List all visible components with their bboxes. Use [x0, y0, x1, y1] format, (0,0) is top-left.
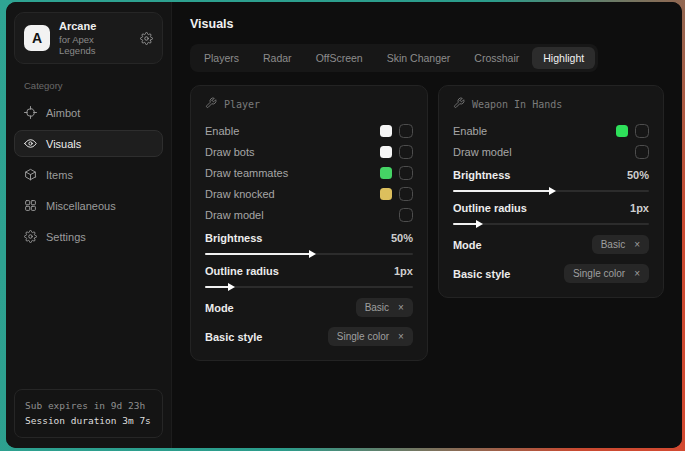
app-logo: A	[24, 25, 50, 51]
color-swatch[interactable]	[380, 167, 392, 179]
tag-remove-icon[interactable]: ×	[634, 268, 640, 279]
panel-title: Weapon In Hands	[472, 99, 562, 110]
app-card: A Arcane for Apex Legends	[14, 12, 163, 64]
tab-crosshair[interactable]: Crosshair	[463, 47, 530, 69]
tag-text: Single color	[337, 331, 389, 342]
tab-radar[interactable]: Radar	[252, 47, 303, 69]
color-swatch[interactable]	[616, 125, 628, 137]
panel-header: Weapon In Hands	[453, 97, 649, 111]
slider-label: Brightness	[453, 169, 627, 181]
select-label: Basic style	[453, 268, 564, 280]
tag-remove-icon[interactable]: ×	[398, 302, 404, 313]
toggle-row-draw-teammates: Draw teammates	[205, 162, 413, 183]
toggle-label: Enable	[453, 125, 616, 137]
select-label: Basic style	[205, 331, 328, 343]
app-subtitle: for Apex Legends	[59, 34, 131, 56]
slider-track[interactable]	[453, 190, 649, 192]
toggle-row-draw-model: Draw model	[453, 141, 649, 162]
toggle-controls	[616, 124, 649, 138]
slider-thumb[interactable]	[549, 187, 556, 195]
slider-track[interactable]	[453, 223, 649, 225]
tag-text: Basic	[365, 302, 389, 313]
sub-expires-text: Sub expires in 9d 23h	[25, 398, 152, 414]
toggle-label: Draw teammates	[205, 167, 380, 179]
app-title: Arcane	[59, 20, 131, 32]
slider-fill	[453, 190, 551, 192]
app-window: A Arcane for Apex Legends Category Aimbo…	[6, 2, 682, 448]
select-tag[interactable]: Basic×	[356, 298, 413, 317]
checkbox[interactable]	[635, 124, 649, 138]
toggle-controls	[380, 124, 413, 138]
select-row-basic-style: Basic styleSingle color×	[205, 327, 413, 346]
select-tag[interactable]: Single color×	[564, 264, 649, 283]
select-row-basic-style: Basic styleSingle color×	[453, 264, 649, 283]
slider-header: Outline radius1px	[205, 265, 413, 277]
sidebar-item-label: Settings	[46, 231, 86, 243]
app-titles: Arcane for Apex Legends	[59, 20, 131, 56]
sidebar-item-aimbot[interactable]: Aimbot	[14, 99, 163, 126]
slider-row-outline-radius: Outline radius1px	[453, 202, 649, 225]
panel-weapon-in-hands: Weapon In HandsEnableDraw modelBrightnes…	[438, 85, 664, 298]
checkbox[interactable]	[399, 166, 413, 180]
tab-players[interactable]: Players	[193, 47, 250, 69]
toggle-controls	[380, 166, 413, 180]
color-swatch[interactable]	[380, 125, 392, 137]
weapon-icon	[453, 97, 465, 111]
panel-title: Player	[224, 99, 260, 110]
panels-container: PlayerEnableDraw botsDraw teammatesDraw …	[190, 85, 664, 361]
tab-highlight[interactable]: Highlight	[532, 47, 595, 69]
checkbox[interactable]	[399, 208, 413, 222]
tab-offscreen[interactable]: OffScreen	[305, 47, 374, 69]
slider-header: Outline radius1px	[453, 202, 649, 214]
slider-thumb[interactable]	[309, 250, 316, 258]
color-swatch[interactable]	[380, 146, 392, 158]
select-tag[interactable]: Basic×	[592, 235, 649, 254]
gear-icon[interactable]	[140, 32, 153, 45]
checkbox[interactable]	[635, 145, 649, 159]
page-title: Visuals	[190, 17, 664, 31]
sidebar-item-settings[interactable]: Settings	[14, 223, 163, 250]
tag-text: Single color	[573, 268, 625, 279]
eye-icon	[24, 137, 37, 150]
sidebar-item-visuals[interactable]: Visuals	[14, 130, 163, 157]
sidebar-item-items[interactable]: Items	[14, 161, 163, 188]
checkbox[interactable]	[399, 145, 413, 159]
slider-track[interactable]	[205, 286, 413, 288]
select-row-mode: ModeBasic×	[205, 298, 413, 317]
checkbox[interactable]	[399, 124, 413, 138]
slider-fill	[453, 223, 478, 225]
tag-remove-icon[interactable]: ×	[634, 239, 640, 250]
slider-label: Brightness	[205, 232, 391, 244]
panel-player: PlayerEnableDraw botsDraw teammatesDraw …	[190, 85, 428, 361]
sidebar: A Arcane for Apex Legends Category Aimbo…	[6, 2, 172, 448]
toggle-controls	[399, 208, 413, 222]
main-content: Visuals PlayersRadarOffScreenSkin Change…	[172, 2, 682, 448]
tag-text: Basic	[601, 239, 625, 250]
toggle-controls	[380, 145, 413, 159]
sidebar-item-label: Aimbot	[46, 107, 80, 119]
select-label: Mode	[205, 302, 356, 314]
checkbox[interactable]	[399, 187, 413, 201]
tab-skin-changer[interactable]: Skin Changer	[376, 47, 462, 69]
slider-value: 50%	[391, 232, 413, 244]
color-swatch[interactable]	[380, 188, 392, 200]
slider-thumb[interactable]	[228, 283, 235, 291]
tag-remove-icon[interactable]: ×	[398, 331, 404, 342]
category-label: Category	[24, 80, 153, 91]
box-icon	[24, 168, 37, 181]
select-label: Mode	[453, 239, 592, 251]
slider-row-outline-radius: Outline radius1px	[205, 265, 413, 288]
weapon-icon	[205, 97, 217, 111]
slider-row-brightness: Brightness50%	[453, 169, 649, 192]
select-tag[interactable]: Single color×	[328, 327, 413, 346]
gear-icon	[24, 230, 37, 243]
slider-value: 1px	[394, 265, 413, 277]
slider-label: Outline radius	[453, 202, 630, 214]
slider-track[interactable]	[205, 253, 413, 255]
toggle-controls	[635, 145, 649, 159]
toggle-row-draw-bots: Draw bots	[205, 141, 413, 162]
sidebar-item-label: Visuals	[46, 138, 81, 150]
sidebar-item-miscellaneous[interactable]: Miscellaneous	[14, 192, 163, 219]
toggle-label: Enable	[205, 125, 380, 137]
slider-thumb[interactable]	[476, 220, 483, 228]
